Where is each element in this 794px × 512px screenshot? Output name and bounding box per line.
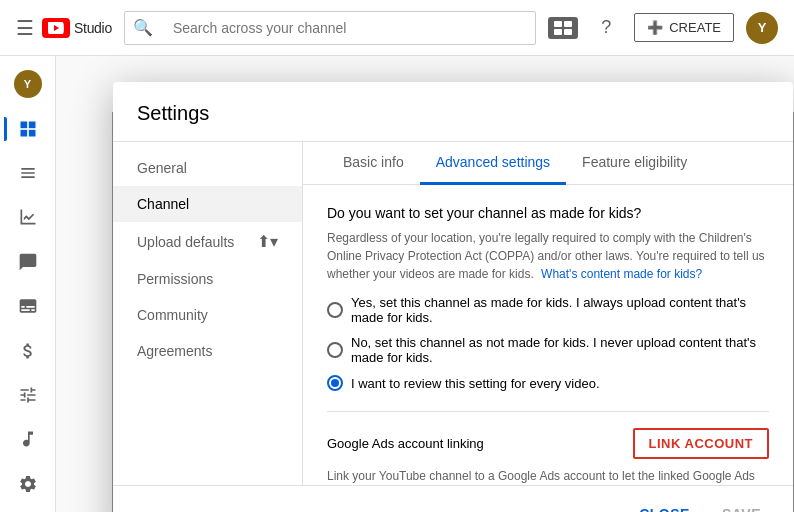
radio-no[interactable]: No, set this channel as not made for kid… (327, 335, 769, 365)
dialog-body: General Channel Upload defaults ⬆▾ Permi… (113, 142, 793, 485)
help-icon[interactable]: ? (590, 12, 622, 44)
nav-item-permissions[interactable]: Permissions (113, 261, 302, 297)
dialog-footer: CLOSE SAVE (113, 485, 793, 512)
svg-rect-1 (554, 21, 562, 27)
search-input[interactable] (161, 20, 535, 36)
search-bar[interactable]: 🔍 (124, 11, 536, 45)
close-button[interactable]: CLOSE (631, 498, 698, 512)
create-label: CREATE (669, 20, 721, 35)
nav-item-community[interactable]: Community (113, 297, 302, 333)
tab-basic-info[interactable]: Basic info (327, 142, 420, 185)
radio-no-circle (327, 342, 343, 358)
radio-review-circle (327, 375, 343, 391)
user-avatar[interactable]: Y (746, 12, 778, 44)
sidebar-item-content[interactable] (4, 153, 52, 193)
dialog-overlay: Settings General Channel Upload defaults (112, 112, 794, 512)
dialog-content: Basic info Advanced settings Feature eli… (303, 142, 793, 485)
svg-rect-5 (20, 121, 27, 128)
radio-group: Yes, set this channel as made for kids. … (327, 295, 769, 391)
topbar-right: ? ➕ CREATE Y (548, 12, 778, 44)
upload-defaults-icon: ⬆▾ (257, 232, 278, 251)
content-area: Settings General Channel Upload defaults (56, 56, 794, 512)
topbar-left: ☰ Studio (16, 16, 112, 40)
radio-yes-circle (327, 302, 343, 318)
ads-section-label: Google Ads account linking (327, 436, 484, 451)
svg-rect-7 (20, 129, 27, 136)
svg-rect-4 (564, 29, 572, 35)
sidebar-item-customization[interactable] (4, 375, 52, 415)
link-account-button[interactable]: LINK ACCOUNT (633, 428, 769, 459)
main-layout: Y (0, 56, 794, 512)
svg-rect-2 (564, 21, 572, 27)
create-plus-icon: ➕ (647, 20, 663, 35)
dialog-nav: General Channel Upload defaults ⬆▾ Permi… (113, 142, 303, 485)
search-icon: 🔍 (125, 18, 161, 37)
topbar: ☰ Studio 🔍 ? ➕ CREATE (0, 0, 794, 56)
tab-feature-eligibility[interactable]: Feature eligibility (566, 142, 703, 185)
radio-yes[interactable]: Yes, set this channel as made for kids. … (327, 295, 769, 325)
kids-question: Do you want to set your channel as made … (327, 205, 769, 221)
nav-item-general[interactable]: General (113, 150, 302, 186)
dialog-header: Settings (113, 82, 793, 142)
kids-desc: Regardless of your location, you're lega… (327, 229, 769, 283)
nav-item-upload-defaults[interactable]: Upload defaults ⬆▾ (113, 222, 302, 261)
sidebar-item-comments[interactable] (4, 242, 52, 282)
tab-advanced-settings[interactable]: Advanced settings (420, 142, 566, 185)
sidebar-item-audio[interactable] (4, 419, 52, 459)
sidebar-item-monetization[interactable] (4, 330, 52, 370)
sidebar-item-settings[interactable] (4, 464, 52, 504)
tab-content: Do you want to set your channel as made … (303, 185, 793, 485)
kids-link[interactable]: What's content made for kids? (541, 267, 702, 281)
settings-dialog: Settings General Channel Upload defaults (113, 82, 793, 512)
sidebar-item-dashboard[interactable] (4, 108, 52, 148)
nav-item-channel[interactable]: Channel (113, 186, 302, 222)
dialog-title: Settings (137, 102, 769, 125)
grid-icon[interactable] (548, 17, 578, 39)
youtube-logo: Studio (42, 18, 112, 38)
sidebar-item-avatar[interactable]: Y (4, 64, 52, 104)
sidebar-item-analytics[interactable] (4, 197, 52, 237)
hamburger-icon[interactable]: ☰ (16, 16, 34, 40)
sidebar: Y (0, 56, 56, 512)
ads-desc: Link your YouTube channel to a Google Ad… (327, 467, 769, 485)
svg-rect-8 (28, 129, 35, 136)
save-button[interactable]: SAVE (714, 498, 769, 512)
create-button[interactable]: ➕ CREATE (634, 13, 734, 42)
ads-row: Google Ads account linking LINK ACCOUNT (327, 428, 769, 459)
radio-review[interactable]: I want to review this setting for every … (327, 375, 769, 391)
divider-1 (327, 411, 769, 412)
yt-red-icon (42, 18, 70, 38)
svg-rect-6 (28, 121, 35, 128)
sidebar-item-subtitles[interactable] (4, 286, 52, 326)
svg-rect-3 (554, 29, 562, 35)
dialog-tabs: Basic info Advanced settings Feature eli… (303, 142, 793, 185)
sidebar-avatar: Y (14, 70, 42, 98)
studio-label: Studio (74, 20, 112, 36)
nav-item-agreements[interactable]: Agreements (113, 333, 302, 369)
